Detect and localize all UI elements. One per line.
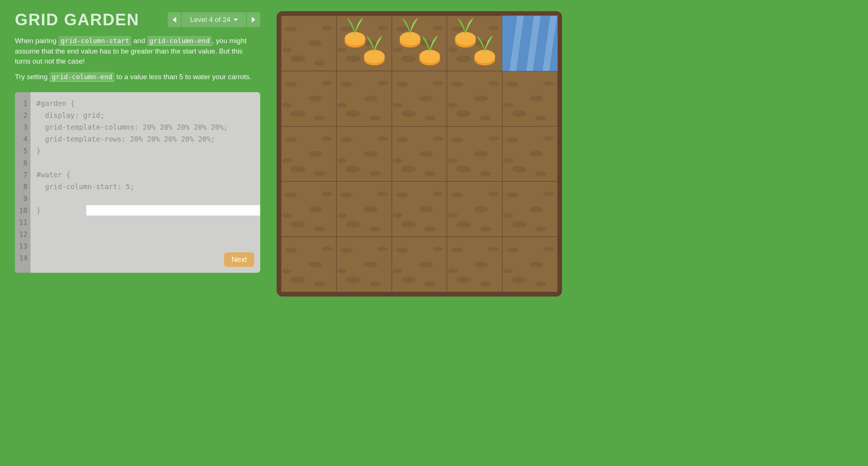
garden-cell [502,181,558,237]
line-number: 2 [18,109,28,121]
garden-cell [336,126,392,182]
level-nav: Level 4 of 24 [168,12,260,27]
code-token: grid-column-end [49,72,114,82]
code-token: grid-column-end [147,36,212,46]
line-number: 1 [18,97,28,109]
garden-cell [447,16,502,71]
line-number: 7 [18,169,28,181]
chevron-left-icon [172,17,176,23]
garden-cell [502,237,558,292]
garden-cell [447,126,502,182]
chevron-down-icon [233,19,238,21]
garden-cell [336,71,392,126]
code-line: grid-template-rows: 20% 20% 20% 20% 20%; [36,133,254,145]
line-number: 11 [18,216,28,228]
line-number: 3 [18,121,28,133]
garden-cell [281,237,336,292]
code-editor: 1 2 3 4 5 6 7 8 9 10 11 12 13 14 #garden… [15,92,260,273]
garden-cell [392,126,447,182]
garden-cell [392,16,447,71]
prev-level-button[interactable] [168,12,181,27]
code-line: #water { [36,169,254,181]
code-line: grid-column-start: 5; [36,181,254,192]
water-tile [502,16,558,71]
code-line: #garden { [36,97,254,109]
garden-cell [447,237,502,292]
garden-cell [502,126,558,182]
line-gutter: 1 2 3 4 5 6 7 8 9 10 11 12 13 14 [15,92,30,273]
instruction-text: and [131,37,147,45]
instruction-text: When pairing [15,37,58,45]
garden-cell [392,181,447,237]
chevron-right-icon [252,17,255,23]
garden-cell [392,237,447,292]
code-line [36,157,254,169]
line-number: 12 [18,228,28,240]
code-input-line [36,192,254,204]
code-line: grid-template-columns: 20% 20% 20% 20% 2… [36,121,254,133]
garden-cell [502,71,558,126]
line-number: 5 [18,145,28,157]
level-selector[interactable]: Level 4 of 24 [182,12,246,27]
garden-cell [281,16,336,71]
line-number: 9 [18,192,28,204]
code-line: display: grid; [36,109,254,121]
garden-board [277,11,562,297]
app-title: GRID GARDEN [15,10,139,29]
instruction-text: to a value less than 5 to water your car… [114,73,252,81]
code-token: grid-column-start [58,36,131,46]
code-area: #garden { display: grid; grid-template-c… [30,92,260,273]
instructions: When pairing grid-column-start and grid-… [15,36,260,82]
line-number: 14 [18,252,28,264]
garden-cell [336,237,392,292]
line-number: 13 [18,240,28,252]
garden-cell [447,71,502,126]
line-number: 8 [18,181,28,192]
garden-cell [392,71,447,126]
garden-cell [447,181,502,237]
garden-cell [336,16,392,71]
code-line: } [36,145,254,157]
line-number: 6 [18,157,28,169]
next-button[interactable]: Next [224,252,254,267]
garden-cell [281,71,336,126]
garden-cell [336,181,392,237]
instruction-text: Try setting [15,73,49,81]
line-number: 4 [18,133,28,145]
garden-cell [281,126,336,182]
css-answer-input[interactable] [86,205,260,216]
next-level-button[interactable] [247,12,260,27]
level-label: Level 4 of 24 [190,16,230,24]
garden-cell [281,181,336,237]
line-number: 10 [18,204,28,216]
